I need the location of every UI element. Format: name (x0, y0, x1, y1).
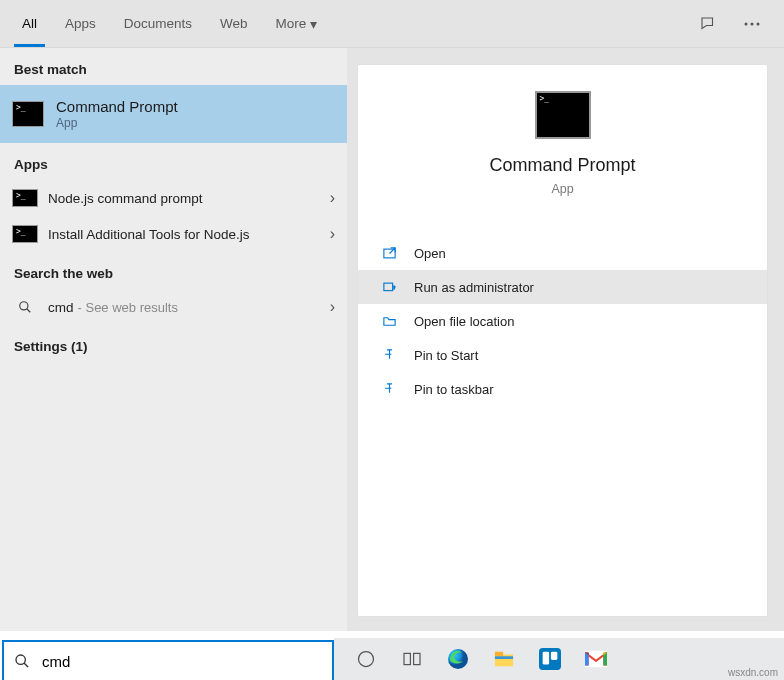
admin-shield-icon (378, 280, 400, 295)
svg-rect-16 (539, 648, 561, 670)
tab-label: All (22, 16, 37, 31)
tab-all[interactable]: All (8, 0, 51, 47)
web-hint: - See web results (78, 300, 178, 315)
tab-label: More (276, 16, 307, 31)
action-run-admin[interactable]: Run as administrator (358, 270, 767, 304)
tab-web[interactable]: Web (206, 0, 262, 47)
cmd-prompt-icon (535, 91, 591, 139)
action-pin-taskbar[interactable]: Pin to taskbar (358, 372, 767, 406)
search-input[interactable] (40, 652, 332, 671)
action-label: Pin to taskbar (414, 382, 494, 397)
taskbar-edge[interactable] (438, 639, 478, 679)
best-match-title: Command Prompt (56, 98, 178, 117)
detail-title: Command Prompt (368, 155, 757, 176)
cmd-prompt-icon (12, 225, 38, 243)
action-label: Run as administrator (414, 280, 534, 295)
taskbar-explorer[interactable] (484, 639, 524, 679)
svg-line-4 (27, 309, 31, 313)
svg-point-2 (757, 22, 760, 25)
svg-rect-18 (551, 652, 557, 660)
svg-rect-10 (404, 653, 410, 664)
tab-label: Documents (124, 16, 192, 31)
tab-apps[interactable]: Apps (51, 0, 110, 47)
search-icon (4, 653, 40, 669)
pin-icon (378, 382, 400, 397)
bottom-row (0, 638, 784, 680)
section-settings[interactable]: Settings (1) (0, 325, 347, 362)
result-title: Install Additional Tools for Node.js (48, 227, 250, 242)
action-label: Open file location (414, 314, 514, 329)
svg-rect-14 (495, 652, 503, 657)
taskbar-task-view[interactable] (392, 639, 432, 679)
svg-point-7 (16, 655, 25, 664)
detail-type: App (368, 182, 757, 196)
action-label: Pin to Start (414, 348, 478, 363)
section-search-web: Search the web (0, 252, 347, 289)
section-apps: Apps (0, 143, 347, 180)
web-search-result[interactable]: cmd - See web results › (0, 289, 347, 325)
taskbar-trello[interactable] (530, 639, 570, 679)
action-open[interactable]: Open (358, 236, 767, 270)
chevron-right-icon: › (330, 189, 335, 207)
result-title: Node.js command prompt (48, 191, 203, 206)
best-match-result[interactable]: Command Prompt App (0, 85, 347, 143)
feedback-icon[interactable] (692, 8, 724, 40)
chevron-down-icon: ▾ (310, 16, 317, 32)
chevron-right-icon: › (330, 298, 335, 316)
svg-line-8 (24, 663, 28, 667)
taskbar-cortana[interactable] (346, 639, 386, 679)
svg-rect-15 (495, 656, 513, 659)
svg-point-0 (745, 22, 748, 25)
more-options-icon[interactable] (736, 8, 768, 40)
app-result-nodejs-tools[interactable]: Install Additional Tools for Node.js › (0, 216, 347, 252)
section-best-match: Best match (0, 48, 347, 85)
search-results-main: Best match Command Prompt App Apps Node.… (0, 48, 784, 631)
tab-documents[interactable]: Documents (110, 0, 206, 47)
web-query: cmd (48, 300, 74, 315)
folder-icon (378, 314, 400, 329)
actions-list: Open Run as administrator Open file loca… (358, 236, 767, 406)
search-filter-tabs: All Apps Documents Web More▾ (0, 0, 784, 48)
action-pin-start[interactable]: Pin to Start (358, 338, 767, 372)
search-box[interactable] (2, 640, 334, 680)
tab-label: Web (220, 16, 248, 31)
svg-rect-17 (543, 652, 549, 665)
search-icon (12, 300, 38, 314)
svg-point-9 (359, 652, 374, 667)
cmd-prompt-icon (12, 189, 38, 207)
app-result-nodejs-cmd[interactable]: Node.js command prompt › (0, 180, 347, 216)
action-open-location[interactable]: Open file location (358, 304, 767, 338)
detail-panel: Command Prompt App Open Run as administr… (347, 48, 784, 631)
taskbar-gmail[interactable] (576, 639, 616, 679)
tab-label: Apps (65, 16, 96, 31)
svg-point-1 (751, 22, 754, 25)
taskbar (334, 638, 784, 680)
best-match-type: App (56, 116, 178, 130)
pin-icon (378, 348, 400, 363)
svg-rect-11 (414, 653, 420, 664)
watermark: wsxdn.com (728, 667, 778, 678)
open-icon (378, 246, 400, 261)
tab-more[interactable]: More▾ (262, 0, 332, 47)
cmd-prompt-icon (12, 101, 44, 127)
chevron-right-icon: › (330, 225, 335, 243)
action-label: Open (414, 246, 446, 261)
svg-rect-6 (383, 283, 392, 291)
svg-point-3 (20, 302, 28, 310)
detail-card: Command Prompt App Open Run as administr… (357, 64, 768, 617)
results-list: Best match Command Prompt App Apps Node.… (0, 48, 347, 631)
